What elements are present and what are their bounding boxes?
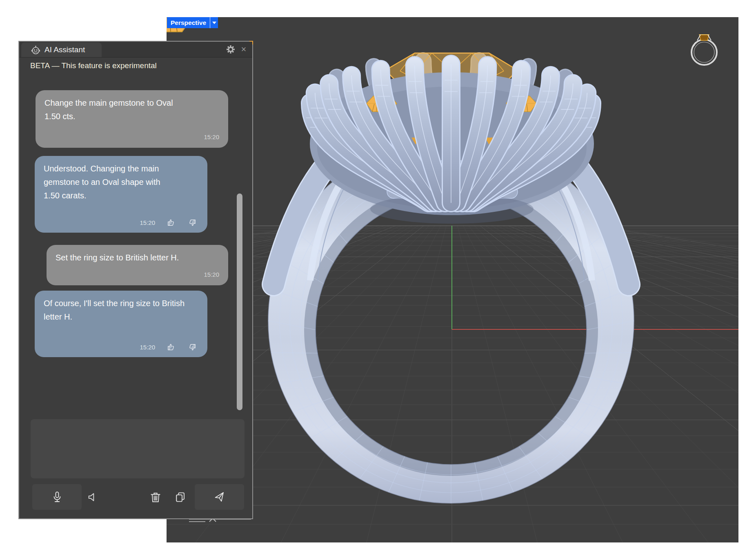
panel-header: AI Assistant × [19,42,252,58]
clear-chat-button[interactable] [146,484,165,510]
chat-message-user: Change the main gemstone to Oval 1.50 ct… [36,90,228,148]
thumbs-down-button[interactable] [187,342,197,352]
thumbs-up-button[interactable] [167,218,176,227]
chat-message-assistant: Of course, I'll set the ring size to Bri… [35,291,207,357]
messages-scrollbar[interactable] [237,193,242,410]
chat-message-assistant: Understood. Changing the main gemstone t… [35,156,207,233]
message-text: Set the ring size to British letter H. [56,251,219,264]
ai-assistant-panel: AI Assistant × [18,41,253,519]
viewport-tab[interactable]: Perspective [167,17,218,28]
thumbs-up-button[interactable] [167,342,176,352]
gear-icon [226,44,236,54]
chat-message-user: Set the ring size to British letter H. 1… [47,245,228,285]
viewport-tab-dropdown[interactable] [210,17,218,28]
message-time: 15:20 [140,216,155,229]
chevron-down-icon [212,22,216,24]
microphone-icon [51,491,63,503]
trash-icon [149,491,162,503]
panel-title-tab: AI Assistant [21,42,102,57]
close-button[interactable]: × [238,44,249,55]
viewport-tab-label[interactable]: Perspective [167,17,210,28]
beta-notice: BETA — This feature is experimental [30,61,157,70]
message-text: Change the main gemstone to Oval 1.50 ct… [44,96,175,123]
close-icon: × [241,45,247,54]
microphone-button[interactable] [32,484,82,510]
speaker-icon [87,491,98,503]
message-time: 15:20 [204,268,219,281]
message-time: 15:20 [204,130,219,144]
message-text: Of course, I'll set the ring size to Bri… [44,297,191,324]
send-icon [213,491,226,504]
chat-input[interactable] [31,419,245,478]
robot-icon [31,45,40,55]
copy-pages-icon [174,491,186,503]
copy-button[interactable] [171,484,189,510]
message-text: Understood. Changing the main gemstone t… [44,162,172,202]
send-button[interactable] [195,484,244,510]
message-time: 15:20 [140,340,155,354]
application-window: Perspective [0,0,756,560]
speaker-button[interactable] [83,484,102,510]
settings-button[interactable] [225,44,236,55]
panel-title: AI Assistant [44,45,85,54]
thumbs-down-button[interactable] [187,218,197,227]
